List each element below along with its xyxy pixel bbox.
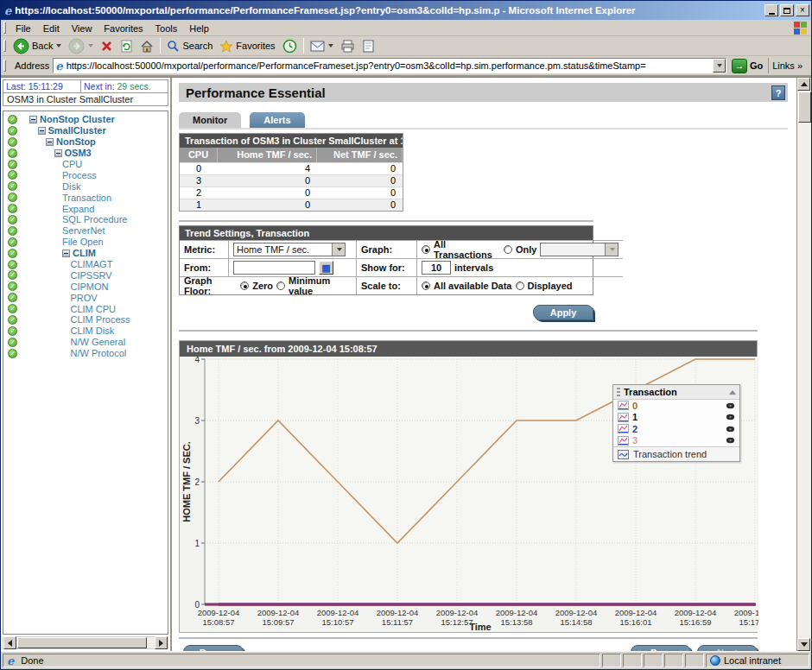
tree-item-cpu[interactable]: ✓CPU: [3, 159, 168, 170]
tree-item-clim-cpu[interactable]: ✓CLIM CPU: [3, 303, 168, 314]
tree-item-smallcluster[interactable]: ✓SmallCluster: [3, 125, 168, 136]
metric-select[interactable]: Home TMF / sec.: [233, 243, 346, 256]
print-button[interactable]: [337, 39, 358, 54]
scroll-down-button[interactable]: [797, 638, 810, 651]
legend-footer[interactable]: Transaction trend: [613, 446, 739, 461]
links-chevron-icon: »: [797, 60, 802, 71]
legend-item-1[interactable]: 1: [613, 412, 739, 424]
tree-item-n-w-general[interactable]: ✓N/W General: [3, 337, 168, 348]
collapse-icon[interactable]: [29, 116, 37, 123]
collapse-icon[interactable]: [54, 149, 62, 157]
tree-item-disk[interactable]: ✓Disk: [3, 180, 168, 192]
menu-tools[interactable]: Tools: [149, 22, 184, 35]
next-button[interactable]: Next: [697, 645, 758, 651]
scale-all-radio[interactable]: [422, 281, 430, 290]
tree-item-nonstop-cluster[interactable]: ✓NonStop Cluster: [3, 114, 168, 125]
calendar-icon[interactable]: ▦: [319, 261, 333, 275]
collapse-icon[interactable]: [46, 138, 54, 146]
tree-item-sql-procedure[interactable]: ✓SQL Procedure: [3, 214, 168, 225]
address-input[interactable]: e https://localhost:50000/mxportal/perfo…: [53, 58, 726, 73]
floor-min-radio[interactable]: [276, 281, 285, 290]
tree-item-cipmon[interactable]: ✓CIPMON: [3, 281, 168, 292]
links-menu[interactable]: Links »: [768, 58, 808, 73]
pause-button[interactable]: Pause: [183, 645, 244, 651]
refresh-button[interactable]: [117, 39, 136, 54]
table-cell: 0: [218, 199, 317, 211]
from-input[interactable]: [233, 261, 315, 275]
mail-button[interactable]: [307, 40, 337, 53]
chart-legend: Transaction 0123 Transaction trend: [612, 384, 740, 462]
tree-item-n-w-protocol[interactable]: ✓N/W Protocol: [3, 348, 168, 359]
tree-item-servernet[interactable]: ✓ServerNet: [3, 225, 168, 237]
status-ok-icon: ✓: [8, 204, 17, 213]
tree-item-cipssrv[interactable]: ✓CIPSSRV: [3, 269, 168, 281]
tab-alerts[interactable]: Alerts: [250, 112, 304, 128]
menu-favorites[interactable]: Favorites: [98, 22, 149, 35]
forward-button[interactable]: [65, 37, 97, 55]
tree-item-clim[interactable]: ✓CLIM: [3, 248, 168, 259]
eye-icon[interactable]: [726, 401, 735, 411]
eye-icon[interactable]: [726, 412, 735, 422]
help-button[interactable]: ?: [771, 85, 785, 100]
eye-icon[interactable]: [726, 424, 735, 434]
graph-only-radio[interactable]: [504, 245, 512, 254]
address-dropdown-button[interactable]: [713, 59, 726, 73]
minimize-button[interactable]: [764, 4, 778, 16]
legend-collapse-icon[interactable]: [729, 390, 736, 395]
svg-text:15:17:58: 15:17:58: [739, 617, 758, 627]
floor-zero-radio[interactable]: [240, 281, 249, 290]
legend-drag-handle[interactable]: [617, 388, 620, 396]
favorites-button[interactable]: Favorites: [216, 39, 278, 54]
maximize-button[interactable]: [780, 4, 794, 16]
search-button[interactable]: Search: [163, 39, 216, 54]
menu-help[interactable]: Help: [183, 22, 215, 35]
stop-button[interactable]: [97, 39, 117, 54]
print-icon: [340, 40, 355, 53]
tree-item-osm3[interactable]: ✓OSM3: [3, 148, 168, 159]
menu-edit[interactable]: Edit: [37, 22, 66, 35]
table-cell: 1: [180, 199, 218, 211]
tree-item-process[interactable]: ✓Process: [3, 169, 168, 180]
eye-icon[interactable]: [726, 435, 735, 446]
edit-button[interactable]: [358, 39, 378, 54]
graph-all-radio[interactable]: [422, 245, 430, 254]
scale-displayed-radio[interactable]: [516, 281, 524, 290]
go-button[interactable]: → Go: [732, 59, 763, 73]
tree-item-file-open[interactable]: ✓File Open: [3, 237, 168, 248]
svg-text:2009-12-04: 2009-12-04: [257, 608, 300, 617]
graph-only-label: Only: [516, 244, 536, 255]
sidebar-horizontal-scrollbar[interactable]: [3, 636, 168, 649]
collapse-icon[interactable]: [38, 127, 46, 135]
home-button[interactable]: [136, 39, 157, 54]
intervals-input[interactable]: 10: [422, 261, 451, 275]
tree-item-transaction[interactable]: ✓Transaction: [3, 192, 168, 203]
menu-view[interactable]: View: [66, 22, 98, 35]
apply-button[interactable]: Apply: [533, 305, 593, 320]
scroll-right-button[interactable]: [155, 636, 168, 649]
tree-item-clim-process[interactable]: ✓CLIM Process: [3, 314, 168, 326]
tree-item-climagt[interactable]: ✓CLIMAGT: [3, 259, 168, 270]
tree-item-expand[interactable]: ✓Expand: [3, 203, 168, 214]
history-button[interactable]: [279, 38, 301, 54]
tree-item-prov[interactable]: ✓PROV: [3, 292, 168, 303]
scroll-thumb[interactable]: [798, 92, 811, 123]
collapse-icon[interactable]: [62, 250, 70, 257]
scroll-left-button[interactable]: [3, 636, 16, 649]
scroll-thumb[interactable]: [17, 637, 147, 648]
svg-text:4: 4: [194, 357, 200, 364]
scroll-up-button[interactable]: [797, 78, 810, 91]
legend-item-3[interactable]: 3: [613, 435, 739, 447]
tab-monitor[interactable]: Monitor: [179, 112, 241, 128]
main-vertical-scrollbar[interactable]: [796, 78, 811, 651]
prev-button[interactable]: Prev: [631, 645, 691, 651]
menu-file[interactable]: File: [10, 22, 37, 35]
close-button[interactable]: ×: [796, 4, 809, 16]
legend-item-2[interactable]: 2: [613, 423, 739, 435]
context-selector[interactable]: OSM3 in Cluster SmallCluster: [3, 93, 168, 106]
chevron-down-icon[interactable]: [332, 243, 345, 256]
tree-item-clim-disk[interactable]: ✓CLIM Disk: [3, 326, 168, 337]
legend-item-0[interactable]: 0: [613, 400, 739, 412]
back-button[interactable]: Back: [10, 37, 65, 55]
tree-item-nonstop[interactable]: ✓NonStop: [3, 136, 168, 148]
graph-label: Graph:: [356, 240, 416, 258]
